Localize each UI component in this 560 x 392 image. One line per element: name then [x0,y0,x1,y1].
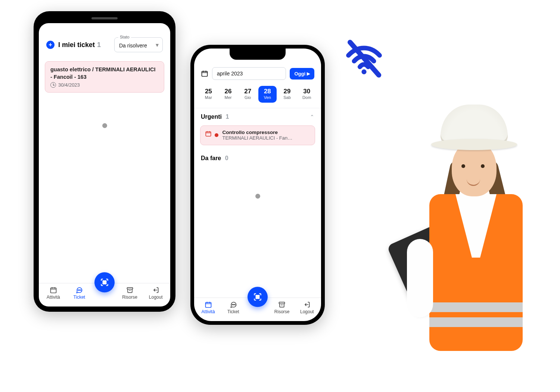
chevron-down-icon: ▾ [156,41,159,49]
ticket-title: guasto elettrico / TERMINALI AERAULICI -… [50,66,159,81]
svg-rect-2 [103,281,104,282]
day-cell[interactable]: 29 Sab [278,86,296,103]
day-cell[interactable]: 30 Dom [298,86,316,103]
ticket-date: 30/4/2023 [58,82,80,88]
pager-dot [255,194,260,199]
section-count: 0 [225,155,228,161]
month-value: aprile 2023 [217,71,243,77]
section-todo-header[interactable]: Da fare 0 [194,148,321,164]
svg-rect-3 [105,281,106,282]
nav-attivita[interactable]: Attività [43,286,64,300]
svg-rect-15 [256,297,257,298]
urgent-subtitle: TERMINALI AERAULICI - Fancoil - ... [222,135,293,141]
nav-label: Logout [300,309,314,314]
title-count: 1 [97,41,101,49]
nav-label: Attività [202,309,215,314]
svg-point-20 [234,304,235,305]
nav-risorse[interactable]: Risorse [271,301,293,314]
chevron-up-icon: ⌃ [310,114,314,120]
svg-rect-14 [258,295,259,296]
urgent-title: Controllo compressore [222,130,293,135]
nav-label: Ticket [227,309,239,314]
week-days-row: 25 Mar 26 Mer 27 Gio 28 Ven 29 Sab 30 Do… [194,83,321,108]
nav-logout[interactable]: Logout [145,286,167,300]
archive-icon [125,286,134,294]
day-cell[interactable]: 27 Gio [239,86,257,103]
svg-point-7 [78,290,79,290]
filter-label: Stato [118,35,131,39]
today-button[interactable]: Oggi ▶ [290,68,314,80]
nav-label: Logout [149,295,163,300]
svg-rect-17 [205,302,211,307]
svg-rect-10 [127,287,133,289]
section-label: Urgenti [201,113,222,120]
status-dot-icon [215,133,218,137]
qr-scan-button[interactable] [94,272,115,292]
svg-point-9 [81,290,81,290]
day-cell[interactable]: 26 Mer [219,86,237,103]
svg-point-18 [232,304,233,305]
svg-rect-5 [105,283,106,284]
arrow-right-icon: ▶ [307,71,310,76]
nav-ticket[interactable]: Ticket [68,286,90,300]
nav-risorse[interactable]: Risorse [119,286,141,300]
svg-point-0 [361,69,366,74]
nav-label: Attività [47,295,60,300]
nav-attivita[interactable]: Attività [197,301,219,314]
logout-icon [302,301,311,308]
nav-label: Risorse [274,309,290,314]
status-filter[interactable]: Stato Da risolvere ▾ [114,37,163,52]
nav-label: Risorse [122,295,137,300]
svg-rect-12 [206,131,211,136]
svg-rect-11 [202,71,208,76]
clock-icon [50,82,56,88]
logout-icon [151,286,160,294]
month-picker[interactable]: aprile 2023 [212,67,286,80]
svg-point-8 [79,290,80,290]
urgent-task-card[interactable]: Controllo compressore TERMINALI AERAULIC… [200,125,315,145]
nav-label: Ticket [74,295,85,300]
svg-rect-21 [279,302,285,304]
svg-rect-13 [256,295,257,296]
bottom-nav: Attività Ticket Risorse Logout [194,298,321,321]
filter-value: Da risolvere [119,43,147,49]
title-text: I miei ticket [58,41,95,49]
calendar-icon [204,301,213,308]
chat-icon [229,301,238,308]
calendar-icon [49,286,58,294]
nav-ticket[interactable]: Ticket [223,301,244,314]
urgent-icons [205,130,218,139]
section-urgent-header[interactable]: Urgenti 1 ⌃ [194,108,321,122]
nav-logout[interactable]: Logout [296,301,318,314]
svg-rect-6 [50,288,56,293]
worker-photo [396,105,538,377]
calendar-alert-icon [205,130,212,137]
day-cell-selected[interactable]: 28 Ven [258,86,277,103]
bottom-nav: Attività Ticket Risorse Logout [39,283,170,307]
day-cell[interactable]: 25 Mar [199,86,218,103]
phone-iphone: aprile 2023 Oggi ▶ 25 Mar 26 Mer 27 Gio … [190,45,325,325]
pager-dot [102,123,107,128]
page-title: I miei ticket 1 [58,41,111,49]
svg-rect-4 [103,283,104,284]
wifi-off-icon [343,37,385,78]
svg-point-19 [233,304,234,305]
add-ticket-icon[interactable]: + [46,41,55,49]
today-label: Oggi [294,71,305,77]
qr-scan-button[interactable] [248,287,268,307]
phone-android: + I miei ticket 1 Stato Da risolvere ▾ g… [34,11,175,312]
archive-icon [277,301,286,308]
section-count: 1 [225,113,229,120]
chat-icon [75,286,84,294]
section-label: Da fare [201,155,221,161]
svg-rect-16 [258,297,259,298]
calendar-icon[interactable] [201,70,208,77]
ticket-card[interactable]: guasto elettrico / TERMINALI AERAULICI -… [45,61,164,93]
